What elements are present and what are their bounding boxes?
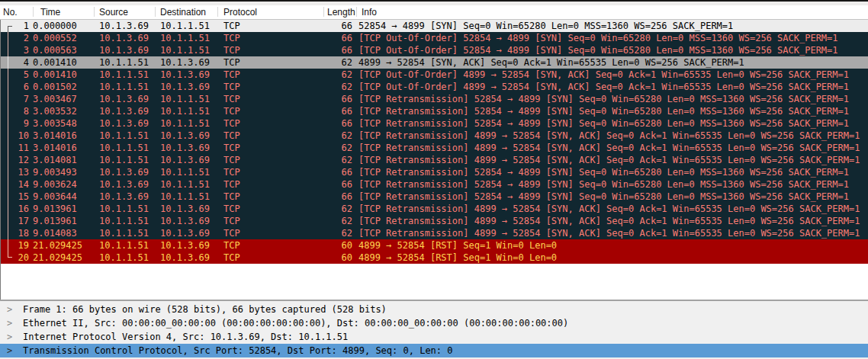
cell-length: 66 — [319, 191, 352, 203]
cell-time: 9.013961 — [33, 215, 94, 227]
conversation-bracket — [1, 93, 11, 105]
packet-row-5[interactable]: 50.00141010.1.1.5110.1.3.69TCP62[TCP Out… — [1, 69, 868, 81]
cell-destination: 10.1.3.69 — [160, 56, 220, 69]
column-separator[interactable] — [323, 7, 324, 17]
detail-tree-row[interactable]: >Ethernet II, Src: 00:00:00_00:00:00 (00… — [0, 316, 868, 330]
detail-tree-row[interactable]: >Internet Protocol Version 4, Src: 10.1.… — [0, 330, 868, 344]
packet-row-17[interactable]: 179.01396110.1.1.5110.1.3.69TCP62[TCP Re… — [1, 215, 868, 227]
cell-source: 10.1.3.69 — [99, 93, 157, 105]
cell-info: [TCP Out-Of-Order] 52854 → 4899 [SYN] Se… — [358, 32, 868, 44]
packet-details-pane: >Frame 1: 66 bytes on wire (528 bits), 6… — [0, 301, 868, 359]
column-header-source[interactable]: Source — [99, 7, 128, 18]
conversation-bracket — [1, 166, 11, 178]
packet-row-16[interactable]: 169.01396110.1.1.5110.1.3.69TCP62[TCP Re… — [1, 203, 868, 215]
cell-time: 0.000563 — [33, 44, 94, 56]
cell-length: 62 — [319, 227, 352, 239]
column-header-length[interactable]: Length — [327, 7, 355, 18]
packet-row-20[interactable]: 2021.02942510.1.1.5110.1.3.69TCP604899 →… — [1, 252, 868, 264]
cell-destination: 10.1.3.69 — [160, 69, 220, 81]
cell-time: 0.001410 — [33, 56, 94, 69]
detail-tree-row[interactable]: >Frame 1: 66 bytes on wire (528 bits), 6… — [0, 303, 868, 316]
cell-protocol: TCP — [223, 44, 319, 56]
column-header-protocol[interactable]: Protocol — [223, 7, 257, 18]
cell-protocol: TCP — [223, 252, 319, 264]
packet-row-19[interactable]: 1921.02942510.1.1.5110.1.3.69TCP604899 →… — [1, 239, 868, 252]
cell-time: 3.014016 — [33, 130, 94, 142]
cell-no: 13 — [11, 166, 29, 178]
cell-destination: 10.1.3.69 — [160, 142, 220, 154]
cell-info: [TCP Retransmission] 4899 → 52854 [SYN, … — [358, 215, 868, 227]
expand-chevron-icon[interactable]: > — [0, 344, 18, 357]
column-header-time[interactable]: Time — [40, 7, 60, 18]
packet-row-8[interactable]: 83.00353210.1.3.6910.1.1.51TCP66[TCP Ret… — [1, 105, 868, 117]
cell-destination: 10.1.3.69 — [160, 252, 220, 264]
detail-tree-row[interactable]: >Transmission Control Protocol, Src Port… — [0, 344, 868, 357]
column-separator[interactable] — [155, 7, 156, 17]
cell-length: 62 — [319, 203, 352, 215]
packet-row-9[interactable]: 93.00354810.1.3.6910.1.1.51TCP66[TCP Ret… — [1, 117, 868, 130]
packet-row-12[interactable]: 123.01408110.1.1.5110.1.3.69TCP62[TCP Re… — [1, 154, 868, 166]
column-separator[interactable] — [33, 7, 34, 17]
cell-protocol: TCP — [223, 69, 319, 81]
cell-no: 9 — [11, 117, 29, 130]
packet-row-2[interactable]: 20.00055210.1.3.6910.1.1.51TCP66[TCP Out… — [1, 32, 868, 44]
packet-row-10[interactable]: 103.01401610.1.1.5110.1.3.69TCP62[TCP Re… — [1, 130, 868, 142]
cell-source: 10.1.1.51 — [99, 227, 157, 239]
packet-row-11[interactable]: 113.01401610.1.1.5110.1.3.69TCP62[TCP Re… — [1, 142, 868, 154]
packet-row-7[interactable]: 73.00346710.1.3.6910.1.1.51TCP66[TCP Ret… — [1, 93, 868, 105]
cell-source: 10.1.1.51 — [99, 154, 157, 166]
cell-time: 9.003644 — [33, 191, 94, 203]
column-separator[interactable] — [217, 7, 218, 17]
cell-time: 0.000000 — [33, 20, 94, 32]
column-header-info[interactable]: Info — [362, 7, 377, 18]
cell-protocol: TCP — [223, 81, 319, 93]
cell-info: [TCP Retransmission] 52854 → 4899 [SYN] … — [358, 191, 868, 203]
packet-row-14[interactable]: 149.00362410.1.3.6910.1.1.51TCP66[TCP Re… — [1, 178, 868, 191]
column-separator[interactable] — [356, 7, 357, 17]
cell-length: 66 — [319, 166, 352, 178]
packet-row-15[interactable]: 159.00364410.1.3.6910.1.1.51TCP66[TCP Re… — [1, 191, 868, 203]
cell-protocol: TCP — [223, 166, 319, 178]
conversation-bracket — [1, 105, 11, 117]
cell-info: [TCP Retransmission] 52854 → 4899 [SYN] … — [358, 105, 868, 117]
conversation-bracket — [1, 69, 11, 81]
conversation-bracket — [1, 81, 11, 93]
packet-row-1[interactable]: 10.00000010.1.3.6910.1.1.51TCP6652854 → … — [1, 20, 868, 32]
cell-protocol: TCP — [223, 178, 319, 191]
cell-protocol: TCP — [223, 239, 319, 252]
cell-no: 10 — [11, 130, 29, 142]
column-header-destination[interactable]: Destination — [160, 7, 206, 18]
packet-row-18[interactable]: 189.01408310.1.1.5110.1.3.69TCP62[TCP Re… — [1, 227, 868, 239]
cell-length: 60 — [319, 239, 352, 252]
packet-row-13[interactable]: 139.00349310.1.3.6910.1.1.51TCP66[TCP Re… — [1, 166, 868, 178]
cell-length: 62 — [319, 142, 352, 154]
expand-chevron-icon[interactable]: > — [0, 330, 18, 344]
cell-time: 0.001410 — [33, 69, 94, 81]
expand-chevron-icon[interactable]: > — [0, 316, 18, 330]
cell-length: 62 — [319, 56, 352, 69]
conversation-bracket — [1, 44, 11, 56]
packet-row-4[interactable]: 40.00141010.1.1.5110.1.3.69TCP624899 → 5… — [1, 56, 868, 69]
cell-no: 2 — [11, 32, 29, 44]
cell-destination: 10.1.3.69 — [160, 130, 220, 142]
detail-row-text: Ethernet II, Src: 00:00:00_00:00:00 (00:… — [18, 316, 568, 330]
expand-chevron-icon[interactable]: > — [0, 303, 18, 316]
cell-protocol: TCP — [223, 20, 319, 32]
cell-no: 1 — [11, 20, 29, 32]
column-header-no[interactable]: No. — [3, 7, 18, 18]
packet-row-6[interactable]: 60.00150210.1.1.5110.1.3.69TCP62[TCP Out… — [1, 81, 868, 93]
column-separator[interactable] — [94, 7, 95, 17]
cell-source: 10.1.1.51 — [99, 142, 157, 154]
cell-time: 21.029425 — [33, 252, 94, 264]
cell-protocol: TCP — [223, 105, 319, 117]
cell-source: 10.1.3.69 — [99, 191, 157, 203]
cell-no: 8 — [11, 105, 29, 117]
detail-row-text: Frame 1: 66 bytes on wire (528 bits), 66… — [18, 303, 387, 316]
cell-info: [TCP Retransmission] 4899 → 52854 [SYN, … — [358, 203, 868, 215]
cell-length: 66 — [319, 178, 352, 191]
packet-list: 10.00000010.1.3.6910.1.1.51TCP6652854 → … — [0, 20, 868, 264]
cell-info: [TCP Retransmission] 4899 → 52854 [SYN, … — [358, 154, 868, 166]
conversation-bracket — [1, 117, 11, 130]
packet-row-3[interactable]: 30.00056310.1.3.6910.1.1.51TCP66[TCP Out… — [1, 44, 868, 56]
cell-time: 9.003493 — [33, 166, 94, 178]
